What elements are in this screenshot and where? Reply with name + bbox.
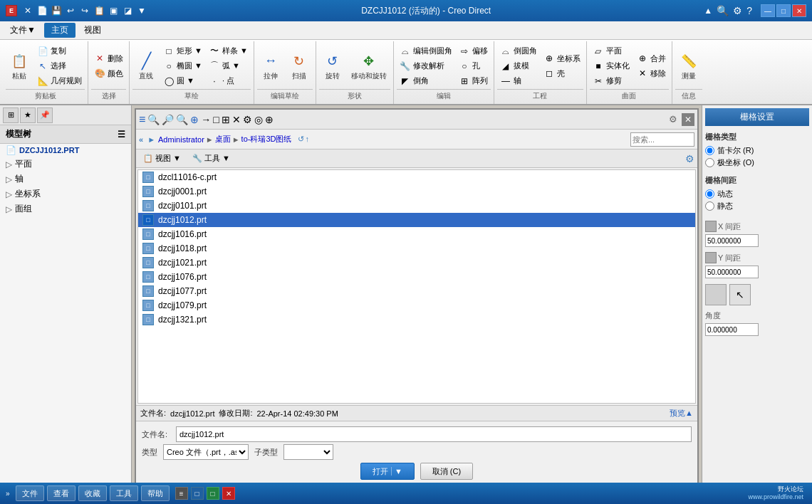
file-child-select[interactable] bbox=[283, 444, 333, 460]
copy-button[interactable]: 📄复制 bbox=[34, 44, 85, 58]
taskbar-help[interactable]: 帮助 bbox=[141, 485, 170, 501]
dialog-toolbar-icon3[interactable]: 🔎 bbox=[162, 114, 174, 125]
close-button[interactable]: ✕ bbox=[792, 4, 806, 17]
dialog-toolbar-icon5[interactable]: ⊕ bbox=[190, 114, 199, 125]
solidify-button[interactable]: ■实体化 bbox=[590, 59, 633, 73]
nav-up-icon[interactable]: ↑ bbox=[306, 135, 310, 144]
ellipse-button[interactable]: ○椭圆 ▼ bbox=[160, 59, 205, 73]
qa-redo[interactable]: ↪ bbox=[78, 4, 91, 17]
view-tab[interactable]: 📋 视图 ▼ bbox=[139, 152, 185, 165]
dialog-toolbar-icon7[interactable]: □ bbox=[213, 114, 219, 125]
lp-star-btn[interactable]: ★ bbox=[20, 107, 36, 123]
dialog-toolbar-icon2[interactable]: 🔍 bbox=[147, 114, 160, 125]
round-button[interactable]: ⌓倒圆角 bbox=[497, 44, 540, 58]
search-icon[interactable]: 🔍 bbox=[717, 5, 729, 16]
radio-dynamic[interactable] bbox=[705, 189, 714, 199]
dialog-toolbar-icon9[interactable]: ✕ bbox=[232, 114, 241, 125]
taskbar-favorites[interactable]: 收藏 bbox=[78, 485, 107, 501]
circle-button[interactable]: ◯圆 ▼ bbox=[160, 74, 205, 88]
dialog-close-icon[interactable]: ✕ bbox=[682, 113, 694, 126]
dialog-toolbar-icon11[interactable]: ◎ bbox=[254, 114, 263, 125]
array-button[interactable]: ⊞阵列 bbox=[456, 74, 491, 88]
stretch-button[interactable]: ↔ 拉伸 bbox=[257, 49, 284, 83]
merge-button[interactable]: ⊕合并 bbox=[634, 51, 669, 65]
taskbar-tools[interactable]: 工具 bbox=[110, 485, 138, 501]
tools-tab[interactable]: 🔧 工具 ▼ bbox=[188, 152, 234, 165]
point-button[interactable]: ·· 点 bbox=[206, 74, 251, 88]
maximize-button[interactable]: □ bbox=[776, 4, 791, 17]
taskbar-file[interactable]: 文件 bbox=[16, 485, 44, 501]
menu-view[interactable]: 视图 bbox=[77, 23, 108, 38]
paste-button[interactable]: 📋 粘贴 bbox=[6, 49, 33, 83]
trim-button[interactable]: ✂修剪 bbox=[590, 74, 633, 88]
rotate-button[interactable]: ↺ 旋转 bbox=[319, 49, 346, 83]
menu-home[interactable]: 主页 bbox=[44, 23, 76, 38]
nav-folder[interactable]: to-科瑞3D图纸 bbox=[241, 134, 292, 145]
arc-button[interactable]: ⌒弧 ▼ bbox=[206, 59, 251, 73]
nav-admin[interactable]: Administrator bbox=[158, 135, 204, 144]
color-button[interactable]: 🎨颜色 bbox=[91, 66, 126, 80]
delete-button[interactable]: ✕删除 bbox=[91, 51, 126, 65]
filename-input[interactable] bbox=[176, 426, 692, 442]
qa-new[interactable]: ✕ bbox=[21, 4, 34, 17]
x-spacing-input[interactable] bbox=[705, 234, 759, 247]
tree-root-item[interactable]: 📄 DZCJJ1012.PRT bbox=[0, 144, 131, 157]
taskbar-icon1[interactable]: ≡ bbox=[175, 487, 188, 500]
minimize-button[interactable]: — bbox=[761, 4, 775, 17]
dialog-toolbar-icon1[interactable]: ≡ bbox=[139, 113, 145, 126]
modify-analysis-button[interactable]: 🔧修改解析 bbox=[397, 59, 455, 73]
file-item-1[interactable]: □ dzcjj0001.prt bbox=[138, 184, 695, 199]
qa-save[interactable]: 💾 bbox=[50, 4, 63, 17]
edit-fillet-button[interactable]: ⌓编辑倒圆角 bbox=[397, 44, 455, 58]
nav-back-arrow[interactable]: « bbox=[139, 135, 143, 144]
radio-polar[interactable] bbox=[705, 158, 714, 167]
open-dropdown-arrow[interactable]: ▼ bbox=[391, 467, 402, 476]
angle-cursor-icon[interactable]: ↖ bbox=[729, 284, 751, 305]
qa-open[interactable]: 📄 bbox=[36, 4, 48, 17]
remove-button[interactable]: ✕移除 bbox=[634, 66, 669, 80]
cancel-button[interactable]: 取消 (C) bbox=[420, 463, 473, 480]
chamfer-button[interactable]: ◤倒角 bbox=[397, 74, 455, 88]
help-icon[interactable]: ? bbox=[746, 5, 752, 16]
line-button[interactable]: ╱ 直线 bbox=[132, 49, 160, 83]
settings-icon[interactable]: ⚙ bbox=[733, 5, 742, 16]
taskbar-view[interactable]: 查看 bbox=[47, 485, 76, 501]
nav-refresh-icon[interactable]: ↺ bbox=[298, 135, 304, 144]
y-spacing-input[interactable] bbox=[705, 266, 759, 278]
shell-button[interactable]: ◻壳 bbox=[541, 66, 583, 80]
dialog-toolbar-icon6[interactable]: → bbox=[201, 114, 211, 125]
radio-static[interactable] bbox=[705, 201, 714, 211]
lp-grid-btn[interactable]: ⊞ bbox=[3, 107, 19, 123]
measure-button[interactable]: 📏 测量 bbox=[675, 49, 702, 83]
dialog-toolbar-icon8[interactable]: ⊞ bbox=[222, 114, 230, 125]
file-item-10[interactable]: □ dzcjj1321.prt bbox=[138, 313, 695, 327]
spline-button[interactable]: 〜样条 ▼ bbox=[206, 44, 251, 58]
tree-item-face[interactable]: ▷ 面组 bbox=[0, 201, 131, 216]
tree-item-axis[interactable]: ▷ 轴 bbox=[0, 172, 131, 187]
geometry-rule-button[interactable]: 📐几何规则 bbox=[34, 74, 85, 88]
dialog-toolbar-icon10[interactable]: ⚙ bbox=[243, 114, 252, 125]
dialog-extra-icon[interactable]: ⚙ bbox=[669, 114, 677, 125]
tree-item-coord[interactable]: ▷ 坐标系 bbox=[0, 187, 131, 201]
lp-pin-btn[interactable]: 📌 bbox=[37, 107, 53, 123]
taskbar-start[interactable]: » bbox=[3, 488, 13, 499]
view-extra-btn[interactable]: ⚙ bbox=[685, 153, 694, 164]
qa-view2[interactable]: ◪ bbox=[121, 4, 134, 17]
file-item-8[interactable]: □ dzcjj1077.prt bbox=[138, 284, 695, 298]
file-item-3[interactable]: □ dzcjj1012.prt bbox=[138, 213, 695, 227]
file-item-2[interactable]: □ dzcjj0101.prt bbox=[138, 199, 695, 213]
nav-forward-arrow[interactable]: ► bbox=[147, 135, 155, 144]
dialog-toolbar-icon12[interactable]: ⊕ bbox=[265, 114, 274, 125]
draft-button[interactable]: ◢拔模 bbox=[497, 59, 540, 73]
select-button[interactable]: ↖选择 bbox=[34, 59, 85, 73]
offset-button[interactable]: ⇨偏移 bbox=[456, 44, 491, 58]
file-item-9[interactable]: □ dzcjj1079.prt bbox=[138, 298, 695, 313]
hole-button[interactable]: ○孔 bbox=[456, 59, 491, 73]
file-type-select[interactable]: Creo 文件（.prt，.as▼ bbox=[163, 444, 249, 460]
qa-view1[interactable]: ▣ bbox=[107, 4, 120, 17]
taskbar-icon2[interactable]: □ bbox=[191, 487, 204, 500]
nav-desktop[interactable]: 桌面 bbox=[215, 134, 231, 145]
move-rotate-button[interactable]: ✥ 移动和旋转 bbox=[348, 49, 390, 83]
file-item-6[interactable]: □ dzcjj1021.prt bbox=[138, 256, 695, 270]
axis-button[interactable]: —轴 bbox=[497, 74, 540, 88]
